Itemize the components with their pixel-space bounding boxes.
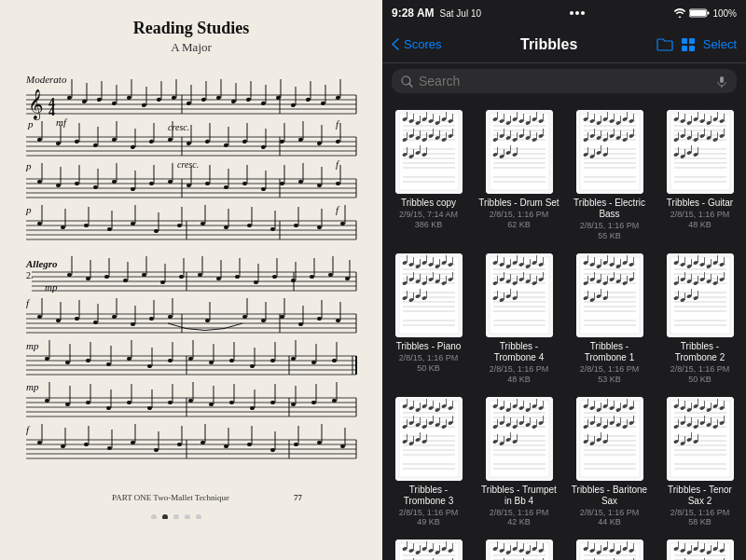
list-item[interactable]: Tribbles - Piano2/8/15, 1:16 PM50 KB [386, 250, 471, 388]
svg-rect-372 [340, 444, 345, 448]
file-name: Tribbles - Guitar [667, 198, 733, 209]
svg-text:Moderato: Moderato [25, 74, 67, 85]
svg-text:cresc.: cresc. [168, 122, 189, 132]
list-item[interactable]: Tribbles - Drum Set2/8/15, 1:16 PM62 KB [477, 106, 561, 244]
svg-rect-504 [580, 114, 640, 190]
svg-rect-168 [270, 227, 275, 231]
file-size: 62 KB [507, 220, 531, 229]
svg-rect-309 [65, 403, 70, 406]
svg-rect-269 [65, 361, 70, 364]
svg-rect-362 [224, 444, 228, 448]
svg-rect-990 [670, 401, 730, 477]
sheet-music-panel: Reading Studies A Major Moderato 𝄞 4 4 m… [0, 0, 382, 560]
svg-rect-230 [56, 319, 61, 322]
file-thumbnail [576, 397, 643, 481]
list-item[interactable]: Tribbles - Guitar2/8/15, 1:16 PM48 KB [657, 106, 742, 244]
svg-rect-252 [298, 322, 303, 326]
list-item[interactable]: Tribbles - Trumpet in Bb 12/8/15, 1:16 P… [386, 536, 471, 560]
svg-rect-174 [340, 222, 345, 225]
svg-rect-207 [254, 280, 258, 284]
svg-rect-333 [311, 401, 316, 404]
svg-rect-112 [112, 180, 117, 184]
list-item[interactable]: Tribbles - Electric Bass2/8/15, 1:16 PM5… [567, 106, 652, 244]
svg-rect-166 [247, 224, 252, 227]
svg-rect-191 [104, 275, 109, 279]
list-item[interactable]: Tribbles - Trumpet in Bb 32/8/15, 1:16 P… [567, 536, 652, 560]
svg-rect-390 [689, 46, 695, 51]
folder-button[interactable] [656, 37, 673, 52]
svg-text:mp: mp [26, 340, 39, 351]
list-item[interactable]: Tribbles - Alto Sax 12/8/15, 1:16 PM62 K… [657, 536, 742, 560]
svg-rect-124 [224, 185, 228, 189]
svg-rect-254 [317, 317, 322, 321]
list-item[interactable]: Tribbles - Tenor Sax 22/8/15, 1:16 PM58 … [657, 393, 742, 531]
search-input[interactable] [419, 74, 711, 89]
svg-rect-160 [177, 224, 182, 227]
file-grid: Tribbles copy2/9/15, 7:14 AM386 KB [382, 99, 746, 560]
svg-rect-248 [261, 319, 266, 322]
list-item[interactable]: Tribbles - Trumpet in Bb 22/8/15, 1:16 P… [477, 536, 561, 560]
status-date: Sat Jul 10 [440, 8, 481, 19]
svg-rect-307 [45, 399, 49, 403]
sheet-title: Reading Studies [19, 19, 364, 38]
svg-rect-385 [690, 10, 706, 16]
svg-text:mp: mp [26, 381, 39, 392]
svg-rect-317 [147, 406, 152, 410]
file-thumbnail [486, 110, 553, 194]
svg-rect-350 [84, 443, 89, 446]
list-item[interactable]: Tribbles - Trumpet in Bb 42/8/15, 1:16 P… [477, 393, 561, 531]
sheet-subtitle: A Major [19, 40, 364, 55]
file-name: Tribbles - Trombone 2 [659, 341, 740, 363]
svg-rect-193 [123, 279, 128, 282]
svg-rect-242 [168, 315, 173, 319]
svg-rect-162 [200, 222, 205, 225]
file-date: 2/8/15, 1:16 PM [670, 364, 730, 375]
svg-rect-354 [131, 441, 135, 444]
svg-text:77: 77 [294, 493, 303, 502]
back-button[interactable]: Scores [392, 37, 441, 51]
svg-rect-122 [205, 182, 210, 185]
folder-icon [656, 37, 673, 52]
file-thumbnail [395, 540, 463, 560]
list-item[interactable]: Tribbles copy2/9/15, 7:14 AM386 KB [386, 106, 471, 244]
svg-text:cresc.: cresc. [177, 159, 199, 170]
status-time: 9:28 AM [392, 7, 435, 20]
svg-text:PART ONE  Two-Mallet Technique: PART ONE Two-Mallet Technique [112, 493, 229, 502]
svg-rect-209 [272, 275, 277, 279]
svg-rect-228 [37, 315, 42, 319]
file-browser-panel: 9:28 AM Sat Jul 10 100% Scores [382, 0, 746, 560]
mic-icon [716, 75, 727, 88]
list-item[interactable]: Tribbles - Trombone 22/8/15, 1:16 PM50 K… [657, 250, 742, 388]
file-name: Tribbles - Trombone 4 [478, 341, 560, 363]
svg-text:f: f [336, 158, 340, 170]
svg-rect-882 [490, 401, 549, 477]
svg-point-383 [196, 514, 201, 519]
svg-rect-389 [682, 46, 687, 51]
file-thumbnail [667, 110, 734, 194]
file-date: 2/8/15, 1:16 PM [670, 210, 730, 220]
svg-rect-358 [177, 443, 182, 446]
file-thumbnail [395, 253, 463, 337]
svg-rect-283 [209, 361, 214, 364]
wifi-icon [673, 8, 686, 18]
list-item[interactable]: Tribbles - Trombone 32/8/15, 1:16 PM49 K… [386, 393, 471, 531]
file-name: Tribbles copy [401, 198, 456, 209]
svg-rect-106 [56, 184, 61, 187]
svg-rect-666 [490, 257, 549, 334]
list-item[interactable]: Tribbles - Trombone 42/8/15, 1:16 PM48 K… [477, 250, 561, 388]
file-size: 50 KB [417, 363, 440, 373]
file-date: 2/8/15, 1:16 PM [580, 364, 640, 375]
svg-rect-293 [311, 361, 316, 364]
grid-view-button[interactable] [681, 37, 696, 52]
file-thumbnail [576, 110, 643, 194]
file-thumbnail [576, 540, 643, 560]
svg-rect-114 [131, 187, 135, 191]
file-size: 55 KB [598, 231, 621, 240]
list-item[interactable]: Tribbles - Trombone 12/8/15, 1:16 PM53 K… [567, 250, 652, 388]
svg-point-382 [185, 514, 190, 519]
file-thumbnail [395, 397, 463, 481]
list-item[interactable]: Tribbles - Baritone Sax2/8/15, 1:16 PM44… [567, 393, 652, 531]
svg-rect-232 [75, 317, 79, 321]
svg-rect-238 [131, 322, 135, 326]
select-button[interactable]: Select [703, 37, 737, 51]
